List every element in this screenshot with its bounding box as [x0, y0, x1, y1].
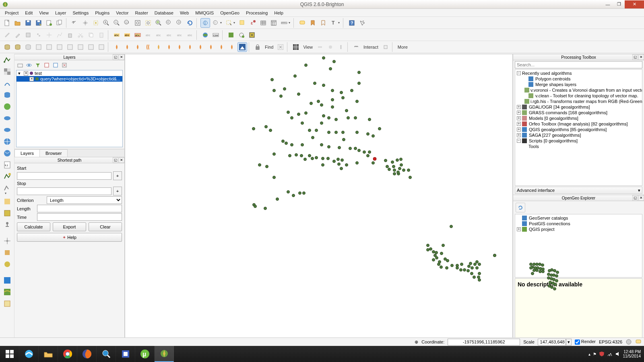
filter-legend-icon[interactable] — [35, 62, 41, 68]
label-rotate-icon[interactable]: abc — [175, 30, 184, 40]
map-canvas[interactable] — [125, 54, 513, 353]
db-icon-7[interactable] — [65, 42, 75, 52]
deselect-all-icon[interactable]: ε — [248, 18, 258, 28]
menu-processing[interactable]: Processing — [243, 10, 271, 16]
new-shapefile-icon[interactable] — [2, 171, 12, 182]
tree-node[interactable]: +Models [0 geoalgorithms] — [515, 115, 642, 121]
plugin-b-icon[interactable] — [2, 259, 12, 269]
og-dock-button[interactable]: ◱ — [632, 195, 638, 201]
add-csv-icon[interactable]: 9,1 — [2, 160, 12, 170]
tray-clock[interactable]: 12:48 PM11/5/2014 — [623, 350, 641, 358]
tree-node[interactable]: +QGIS project — [515, 226, 642, 232]
show-bookmarks-icon[interactable] — [318, 18, 328, 28]
label-tool-abc-icon[interactable]: abc — [112, 30, 122, 40]
layers-tab[interactable]: Layers — [14, 149, 40, 157]
edit-opengeo2-icon[interactable] — [247, 30, 257, 40]
label-highlight-icon[interactable]: abc — [133, 30, 142, 40]
flame-icon-7[interactable] — [175, 42, 184, 52]
zoom-next-icon[interactable] — [175, 18, 184, 28]
sp-stop-input[interactable] — [17, 187, 111, 195]
plugin-c-icon[interactable] — [2, 275, 12, 286]
select-by-expression-icon[interactable] — [237, 18, 247, 28]
menu-raster[interactable]: Raster — [132, 10, 151, 16]
db-icon-1[interactable] — [2, 42, 12, 52]
add-raster-layer-icon[interactable] — [2, 66, 12, 77]
move-feature-icon[interactable] — [44, 30, 54, 40]
more-label[interactable]: More — [396, 45, 409, 49]
zoom-native-icon[interactable]: 1:1 — [122, 18, 132, 28]
menu-database[interactable]: Database — [151, 10, 177, 16]
label-change-icon[interactable]: abc — [185, 30, 195, 40]
identify-results-icon[interactable]: i — [211, 18, 221, 28]
composer-manager-icon[interactable] — [55, 18, 64, 28]
tree-node[interactable]: v.voronoi - Creates a Voronoi diagram fr… — [515, 87, 642, 93]
toggle-extents-icon[interactable]: ⊕ — [415, 339, 418, 345]
metasearch-icon[interactable] — [200, 30, 210, 40]
add-wms-icon[interactable] — [2, 101, 12, 112]
copy-features-icon[interactable] — [86, 30, 96, 40]
advanced-interface-toggle[interactable]: Advanced interface — [515, 187, 642, 194]
layers-list[interactable]: ▾✕test✕query?where=objectid+%3D+objectid… — [16, 70, 123, 147]
refresh-icon[interactable] — [185, 18, 195, 28]
cut-features-icon[interactable] — [76, 30, 85, 40]
flame-icon-3[interactable] — [133, 42, 142, 52]
tree-node[interactable]: +GDAL/OGR [34 geoalgorithms] — [515, 104, 642, 110]
menu-opengeo[interactable]: OpenGeo — [217, 10, 243, 16]
grid-icon[interactable] — [291, 42, 301, 52]
chrome-taskbar-icon[interactable] — [58, 346, 77, 362]
zoom-last-icon[interactable] — [164, 18, 174, 28]
save-layer-edits-icon[interactable] — [23, 30, 33, 40]
flame-icon-8[interactable] — [185, 42, 195, 52]
delete-selected-icon[interactable] — [65, 30, 75, 40]
tray-shield-icon[interactable] — [599, 351, 605, 357]
tree-node[interactable]: GeoServer catalogs — [515, 215, 642, 221]
zoom-out-icon[interactable] — [112, 18, 122, 28]
magnifier-taskbar-icon[interactable] — [97, 346, 116, 362]
menu-help[interactable]: Help — [271, 10, 287, 16]
link-icon[interactable] — [351, 42, 361, 52]
plugin-e-icon[interactable] — [2, 298, 12, 309]
save-project-icon[interactable] — [23, 18, 33, 28]
label-layer-icon[interactable]: abc — [122, 30, 132, 40]
db-icon-10[interactable] — [97, 42, 106, 52]
ie-taskbar-icon[interactable] — [19, 346, 39, 362]
layer-item[interactable]: ▾✕test — [17, 70, 122, 76]
csw-icon[interactable]: csw — [211, 30, 221, 40]
menu-settings[interactable]: Settings — [69, 10, 92, 16]
qgis-taskbar-icon[interactable] — [155, 346, 174, 362]
layers-close-button[interactable]: ✕ — [119, 54, 124, 60]
db-icon-9[interactable] — [86, 42, 96, 52]
menu-project[interactable]: Project — [2, 10, 22, 16]
tree-node[interactable]: +QGIS geoalgorithms [85 geoalgorithms] — [515, 127, 642, 132]
gps-icon[interactable] — [2, 220, 12, 230]
text-annotation-icon[interactable]: T — [329, 18, 339, 28]
undo-icon[interactable] — [70, 18, 80, 28]
flame-icon-10[interactable] — [206, 42, 216, 52]
browser-tab[interactable]: Browser — [39, 149, 68, 157]
log-messages-icon[interactable] — [635, 339, 642, 345]
manage-layers-icon[interactable] — [2, 208, 12, 218]
app-taskbar-icon[interactable] — [116, 346, 135, 362]
zoom-full-icon[interactable] — [133, 18, 142, 28]
sp-clear-button[interactable]: Clear — [89, 222, 122, 231]
paste-features-icon[interactable] — [97, 30, 106, 40]
identify-icon[interactable]: i — [200, 18, 210, 28]
minimize-button[interactable]: — — [602, 0, 613, 8]
db-icon-8[interactable] — [76, 42, 85, 52]
menu-view[interactable]: View — [36, 10, 52, 16]
open-project-icon[interactable] — [13, 18, 23, 28]
render-checkbox[interactable]: Render — [575, 339, 596, 345]
zoom-in-icon[interactable] — [101, 18, 111, 28]
db-icon-6[interactable] — [55, 42, 64, 52]
zoom-to-layer-icon[interactable] — [154, 18, 163, 28]
new-print-composer-icon[interactable] — [44, 18, 54, 28]
layers-dock-button[interactable]: ◱ — [113, 54, 118, 60]
label-show-icon[interactable]: abc — [154, 30, 163, 40]
help-icon[interactable]: ? — [347, 18, 357, 28]
flame-icon-11[interactable] — [217, 42, 226, 52]
pt-close-button[interactable]: ✕ — [638, 54, 644, 60]
pan-to-selection-icon[interactable] — [91, 18, 101, 28]
open-attribute-table-icon[interactable] — [258, 18, 268, 28]
plugin-d-icon[interactable] — [2, 287, 12, 297]
view-2-icon[interactable] — [326, 42, 335, 52]
